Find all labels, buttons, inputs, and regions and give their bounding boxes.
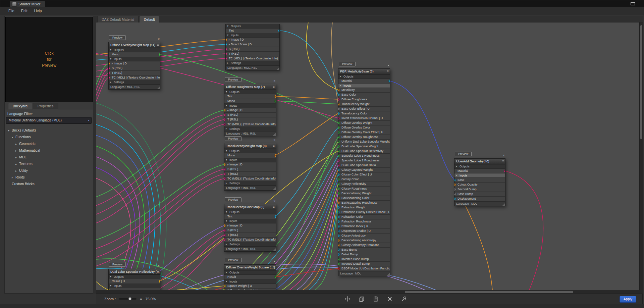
node-section-inputs[interactable]: ▾Inputs (226, 33, 279, 38)
row-expand-icon[interactable]: ▸ (227, 109, 229, 112)
delete-node-icon[interactable] (387, 296, 393, 302)
node-section-inputs[interactable]: ▾Inputs (224, 279, 276, 284)
input-port[interactable]: F (224, 118, 226, 121)
node-section-inputs[interactable]: ▾Inputs (224, 104, 276, 108)
tree-expand-icon[interactable]: ▸ (15, 141, 19, 148)
node-row-mono[interactable]: MonoF (224, 153, 276, 158)
section-collapse-icon[interactable]: ▾ (340, 84, 341, 88)
node-row-glossy-anisotropy[interactable]: Glossy AnisotropyF (338, 234, 390, 238)
node-preview-button[interactable]: Preview (455, 152, 472, 156)
resize-grip-icon[interactable] (273, 133, 276, 136)
node-diffuse-roughness-map[interactable]: Preview×Diffuse Roughness Map (7)≡▾Outpu… (224, 84, 276, 136)
section-collapse-icon[interactable]: ▾ (226, 149, 227, 153)
input-port[interactable]: F (338, 103, 340, 106)
section-collapse-icon[interactable]: ▾ (110, 48, 111, 52)
input-port[interactable]: P (454, 193, 456, 196)
node-row-image-d[interactable]: ▸Image | DI (226, 38, 279, 42)
input-port[interactable]: F (338, 234, 340, 237)
resize-grip-icon[interactable] (502, 203, 505, 206)
node-close-icon[interactable]: × (158, 264, 160, 268)
section-collapse-icon[interactable]: ▾ (456, 173, 457, 177)
section-collapse-icon[interactable]: ▾ (227, 33, 228, 37)
input-port[interactable]: F (224, 168, 226, 171)
node-uberadd-geometry[interactable]: Preview×UberAdd Geometry(40)≡▾OutputsMat… (454, 158, 505, 206)
input-port[interactable]: C (226, 43, 227, 46)
node-diffuse-overlayweight-square[interactable]: Preview×Diffuse OverlayWeight Square (…)… (224, 264, 276, 290)
node-row-glossy-reflectivity[interactable]: Glossy ReflectivityF (338, 182, 390, 187)
input-port[interactable]: F (338, 262, 340, 265)
node-row-s-rsl[interactable]: S (RSL)F (224, 113, 276, 117)
node-row-dual-lobe-specular-ratio[interactable]: Dual Lobe Specular RatioF (338, 163, 390, 168)
output-port[interactable]: U (159, 280, 160, 283)
menu-help[interactable]: Help (31, 7, 45, 14)
output-port[interactable]: F (274, 154, 276, 157)
section-collapse-icon[interactable]: ▾ (226, 210, 227, 214)
node-close-icon[interactable]: × (503, 154, 505, 158)
tree-expand-icon[interactable]: ▸ (15, 161, 19, 168)
node-row-glossy-anisotropy-rotations[interactable]: Glossy Anisotropy RotationsF (338, 243, 390, 248)
output-port[interactable]: C (274, 95, 276, 98)
node-section-outputs[interactable]: ▾Outputs (454, 164, 505, 169)
node-row-refraction-weight[interactable]: Refraction WeightF (338, 205, 390, 210)
node-row-glossy-color-effect-u[interactable]: Glossy Color Effect | UE (338, 172, 390, 177)
input-port[interactable]: E (338, 131, 340, 134)
vertical-scrollbar-thumb[interactable] (640, 25, 642, 139)
input-port[interactable]: I (224, 109, 226, 112)
node-row-tc-mdl-texture-coordinate-info[interactable]: TC (MDL) | (Texture Coordinate Info)S (109, 75, 160, 80)
node-row-uniform-dual-lobe-specular-weight[interactable]: Uniform Dual Lobe Specular Weight |B (338, 140, 390, 144)
input-port[interactable]: F (454, 183, 456, 186)
resize-grip-icon[interactable] (276, 67, 279, 70)
node-row-refraction-color[interactable]: Refraction ColorC (338, 215, 390, 219)
node-row-square-weight-u[interactable]: Square Weight | UU (224, 284, 276, 289)
input-port[interactable]: U (224, 285, 226, 288)
menu-edit[interactable]: Edit (18, 7, 31, 14)
node-row-mono[interactable]: MonoF (109, 52, 160, 57)
input-port[interactable]: C (338, 93, 340, 96)
tree-item-textures[interactable]: ▸Textures (5, 160, 93, 167)
node-texture-node[interactable]: ▾OutputsTintC▾Inputs▸Image | DI▸Direct S… (225, 24, 280, 70)
input-port[interactable]: C (338, 178, 340, 181)
input-port[interactable]: F (338, 239, 340, 242)
node-row-dual-lobe-specular-weight[interactable]: Dual Lobe Specular WeightF (338, 144, 390, 149)
node-section-inputs[interactable]: ▾Inputs (454, 173, 505, 178)
tree-collapse-icon[interactable]: ▾ (12, 134, 15, 141)
node-row-tint[interactable]: TintC (226, 29, 279, 33)
node-row-mono[interactable]: MonoF (224, 99, 276, 104)
node-row-translucency-color[interactable]: Translucency ColorC (338, 111, 390, 116)
copy-node-icon[interactable] (359, 296, 365, 302)
language-filter-dropdown[interactable]: Material Definition Language (MDL) ▼ (6, 117, 92, 124)
input-port[interactable]: P (338, 253, 340, 256)
node-row-metallicity[interactable]: MetallicityF (338, 88, 390, 93)
dock-panel-icon[interactable] (631, 2, 635, 5)
node-row-detail-bump[interactable]: Detail BumpP (338, 252, 390, 257)
section-collapse-icon[interactable]: ▾ (226, 279, 227, 284)
zoom-reset-icon[interactable]: ◆ (140, 298, 142, 301)
node-row-material[interactable]: MaterialMT (338, 79, 390, 84)
input-port[interactable]: I (226, 38, 227, 41)
node-section-outputs[interactable]: ▾Outputs (338, 74, 390, 79)
input-port[interactable]: I (224, 224, 226, 227)
node-section-settings[interactable]: ▸Settings (224, 127, 276, 131)
node-title[interactable]: UberAdd Geometry(40)≡ (454, 159, 505, 164)
node-preview-button[interactable]: Preview (225, 77, 241, 82)
node-title[interactable]: TranslucencyColor Map (9)≡ (224, 204, 276, 210)
node-row-second-bump[interactable]: Second BumpP (454, 187, 505, 192)
section-collapse-icon[interactable]: ▾ (110, 275, 111, 279)
node-close-icon[interactable]: × (158, 37, 160, 41)
node-close-icon[interactable]: × (387, 64, 389, 68)
node-section-settings[interactable]: ▸Settings (224, 242, 276, 247)
tools-icon[interactable] (401, 296, 407, 302)
node-row-glossy-color[interactable]: Glossy ColorC (338, 177, 390, 182)
node-section-inputs[interactable]: ▾Inputs (109, 57, 160, 61)
output-port[interactable]: MT (504, 169, 505, 172)
node-section-outputs[interactable]: ▾Outputs (224, 210, 276, 214)
horizontal-scrollbar-thumb[interactable] (405, 291, 573, 293)
section-collapse-icon[interactable]: ▾ (340, 74, 341, 79)
row-expand-icon[interactable]: ▸ (229, 43, 230, 46)
section-collapse-icon[interactable]: ▾ (110, 284, 111, 288)
node-row-backscattering-roughness[interactable]: Backscattering RoughnessF (338, 201, 390, 205)
apply-button[interactable]: Apply (620, 296, 636, 303)
input-port[interactable]: F (109, 71, 110, 74)
node-row-base-bump[interactable]: Base BumpP (338, 248, 390, 252)
node-section-outputs[interactable]: ▾Outputs (109, 48, 160, 52)
